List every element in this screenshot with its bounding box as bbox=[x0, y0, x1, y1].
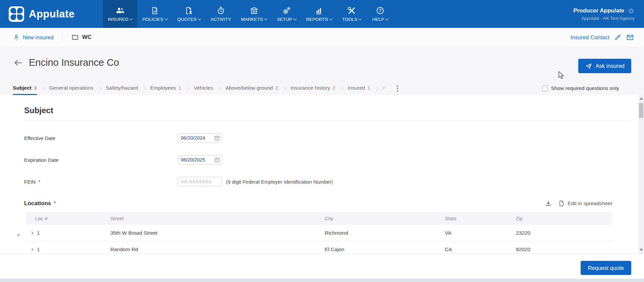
tab-general-operations[interactable]: General operations bbox=[49, 82, 94, 95]
agency-name: Appulate - AK Test Agency bbox=[581, 16, 635, 21]
nav-item-policies[interactable]: POLICIES bbox=[137, 0, 172, 28]
row-required-asterisk: * bbox=[17, 233, 20, 240]
tab-safety-hazard[interactable]: Safety/hazard bbox=[106, 82, 138, 95]
page-title: Encino Insurance Co bbox=[29, 57, 119, 68]
nav-item-tools[interactable]: TOOLS bbox=[337, 0, 367, 28]
new-insured-person-icon bbox=[13, 34, 20, 41]
col-street: Street bbox=[101, 216, 315, 221]
insured-contact-label: Insured Contact bbox=[571, 34, 609, 41]
table-row[interactable]: 1 Random Rd El Cajon CA 92020 bbox=[26, 241, 612, 253]
calendar-icon[interactable] bbox=[214, 157, 220, 163]
questionnaire-tabs: Subject3 General operations Safety/hazar… bbox=[0, 82, 644, 95]
tabs-overflow-menu-icon[interactable] bbox=[393, 85, 401, 92]
nav-item-help[interactable]: ? HELP bbox=[366, 0, 394, 28]
nav-item-markets[interactable]: MARKETS bbox=[236, 0, 272, 28]
expiration-date-row: Expiration Date bbox=[24, 155, 612, 164]
col-loc: Loc # bbox=[26, 216, 101, 221]
scroll-up-arrow-icon[interactable] bbox=[640, 97, 643, 100]
svg-text:?: ? bbox=[379, 8, 381, 13]
edit-in-spreadsheet-button[interactable]: Edit in spreadsheet bbox=[558, 200, 612, 207]
chevron-down-icon bbox=[359, 17, 362, 20]
col-city: City bbox=[315, 216, 435, 221]
tab-vehicles[interactable]: Vehicles bbox=[194, 82, 213, 95]
tab-above-below-ground[interactable]: Above/below ground2 bbox=[225, 82, 278, 95]
new-insured-button[interactable]: New insured bbox=[13, 34, 54, 41]
edit-in-spreadsheet-label: Edit in spreadsheet bbox=[568, 200, 612, 206]
footer-bar: Request quote bbox=[0, 253, 644, 279]
tab-separator-icon bbox=[98, 86, 102, 91]
folder-label: WC bbox=[82, 34, 92, 41]
brand-name: Appulate bbox=[29, 8, 75, 20]
folder-icon bbox=[71, 34, 79, 41]
tab-count: 2 bbox=[275, 85, 278, 91]
nav-label: HELP bbox=[372, 17, 384, 22]
help-icon: ? bbox=[376, 6, 385, 15]
ask-insured-label: Ask insured bbox=[596, 63, 625, 69]
tab-subject[interactable]: Subject3 bbox=[13, 82, 37, 95]
tab-separator-icon bbox=[339, 86, 344, 91]
vertical-scrollbar[interactable] bbox=[638, 95, 644, 253]
locations-header: Locations* Edit in spreadsheet bbox=[24, 200, 612, 207]
show-required-group: Show required questions only bbox=[542, 85, 619, 91]
tab-employees[interactable]: Employees1 bbox=[150, 82, 181, 95]
fein-label: FEIN bbox=[24, 179, 36, 185]
tab-separator-icon bbox=[217, 86, 221, 91]
top-navigation-bar: Appulate INSURED POLICIES QUOTES ACTIVIT… bbox=[0, 0, 644, 28]
user-name: Producer Appulate bbox=[574, 7, 624, 14]
logout-power-icon[interactable] bbox=[628, 7, 635, 14]
ask-insured-button[interactable]: Ask insured bbox=[578, 59, 631, 73]
nav-item-reports[interactable]: REPORTS bbox=[301, 0, 337, 28]
expand-row-icon[interactable] bbox=[30, 248, 34, 251]
tab-insurance-history[interactable]: Insurance history2 bbox=[290, 82, 335, 95]
new-insured-label: New insured bbox=[23, 34, 54, 41]
nav-item-insured[interactable]: INSURED bbox=[103, 0, 138, 28]
show-required-checkbox[interactable] bbox=[542, 86, 548, 91]
tab-count: 3 bbox=[34, 85, 37, 91]
bottom-strip bbox=[0, 279, 644, 282]
tab-insured[interactable]: Insured1 bbox=[348, 82, 370, 95]
toolbar-divider bbox=[62, 32, 63, 42]
expand-row-icon[interactable] bbox=[30, 231, 34, 235]
request-quote-button[interactable]: Request quote bbox=[581, 261, 631, 275]
questionnaire-content: Subject Effective Date Expiration Date F… bbox=[0, 95, 644, 253]
tab-separator-icon bbox=[374, 86, 379, 91]
chevron-down-icon bbox=[164, 17, 168, 20]
nav-label: QUOTES bbox=[177, 17, 197, 22]
scrollbar-thumb[interactable] bbox=[639, 103, 643, 118]
nav-label: TOOLS bbox=[342, 17, 358, 22]
effective-date-label: Effective Date bbox=[24, 135, 178, 141]
brand[interactable]: Appulate bbox=[0, 0, 75, 28]
nav-item-setup[interactable]: SETUP bbox=[272, 0, 301, 28]
envelope-icon[interactable] bbox=[626, 34, 634, 41]
fein-row: FEIN* (9 digit Federal Employer Identifi… bbox=[24, 177, 612, 186]
insured-contact-link[interactable]: Insured Contact bbox=[571, 34, 609, 41]
folder-wc[interactable]: WC bbox=[71, 34, 92, 41]
bar-chart-icon bbox=[315, 6, 324, 15]
nav-label: REPORTS bbox=[306, 17, 328, 22]
appulate-logo-icon bbox=[9, 6, 24, 22]
spreadsheet-file-icon bbox=[558, 200, 565, 207]
table-row[interactable]: 1 35th W Broad Street Richmond VA 23220 bbox=[26, 225, 612, 241]
effective-date-row: Effective Date bbox=[24, 133, 612, 143]
edit-pencil-icon[interactable] bbox=[614, 34, 622, 41]
tab-overflow-partial[interactable]: P bbox=[383, 82, 386, 95]
main-nav: INSURED POLICIES QUOTES ACTIVITY MARKETS… bbox=[103, 0, 394, 28]
back-arrow-icon[interactable] bbox=[13, 58, 23, 67]
tools-icon bbox=[347, 6, 356, 15]
nav-label: INSURED bbox=[108, 17, 128, 22]
fein-input[interactable] bbox=[178, 177, 222, 186]
chevron-down-icon bbox=[293, 17, 297, 20]
col-zip: Zip bbox=[506, 216, 612, 221]
download-icon[interactable] bbox=[545, 200, 552, 207]
fein-hint: (9 digit Federal Employer Identification… bbox=[226, 179, 333, 185]
chevron-down-icon bbox=[129, 17, 133, 20]
nav-item-activity[interactable]: ACTIVITY bbox=[206, 0, 236, 28]
required-asterisk: * bbox=[54, 200, 56, 207]
tab-separator-icon bbox=[142, 86, 146, 91]
nav-item-quotes[interactable]: QUOTES bbox=[172, 0, 206, 28]
request-quote-label: Request quote bbox=[588, 265, 624, 271]
nav-label: SETUP bbox=[277, 17, 292, 22]
scroll-down-arrow-icon[interactable] bbox=[640, 249, 643, 251]
expiration-date-label: Expiration Date bbox=[24, 157, 178, 163]
calendar-icon[interactable] bbox=[214, 135, 220, 141]
